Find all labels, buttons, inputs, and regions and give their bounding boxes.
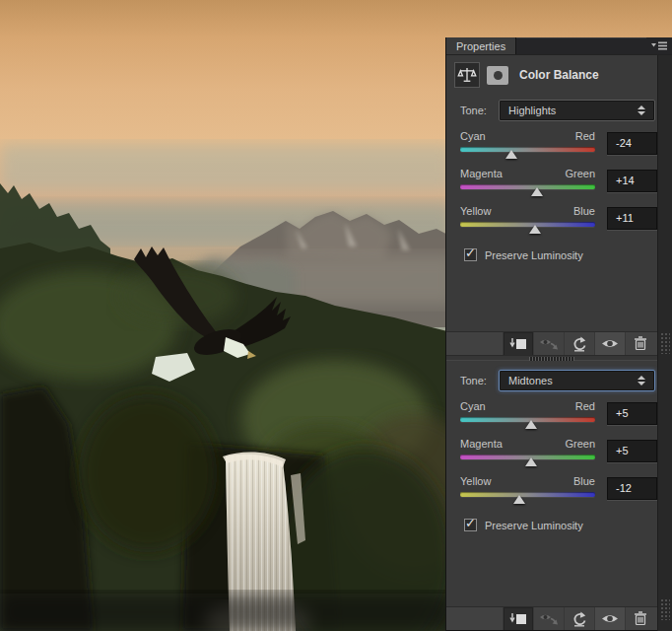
slider-thumb[interactable] [525, 457, 537, 466]
panel-resize-grip[interactable] [446, 355, 657, 361]
tone-label: Tone: [460, 375, 492, 386]
preserve-luminosity-checkbox[interactable]: ✓ [464, 248, 477, 261]
tone-select-highlights[interactable]: Highlights [499, 100, 655, 121]
photoshop-workspace: Properties [0, 0, 672, 631]
check-icon: ✓ [465, 519, 476, 528]
tone-select-midtones[interactable]: Midtones [499, 370, 655, 391]
magenta-green-slider: Magenta Green +5 [460, 438, 657, 466]
tab-properties[interactable]: Properties [446, 37, 516, 54]
tone-row: Tone: Midtones [460, 370, 655, 391]
cyan-red-value[interactable]: -24 [607, 132, 657, 155]
cyan-red-slider: Cyan Red -24 [460, 130, 657, 159]
slider-left-label: Yellow [460, 475, 491, 487]
preserve-luminosity-label: Preserve Luminosity [485, 520, 583, 531]
color-balance-icon [454, 62, 480, 88]
slider-left-label: Cyan [460, 130, 486, 142]
slider-thumb[interactable] [513, 495, 525, 504]
yellow-blue-track[interactable] [460, 222, 595, 227]
properties-panel: Properties [445, 37, 672, 631]
magenta-green-value[interactable]: +14 [607, 170, 657, 192]
slider-left-label: Yellow [460, 205, 491, 217]
tab-drop-zone [516, 37, 646, 54]
mask-dot [494, 71, 503, 80]
cyan-red-slider: Cyan Red +5 [460, 400, 657, 429]
slider-right-label: Blue [573, 475, 595, 487]
delete-button[interactable] [625, 332, 655, 356]
slider-right-label: Red [575, 130, 595, 142]
yellow-blue-track[interactable] [460, 492, 595, 497]
magenta-green-value[interactable]: +5 [607, 440, 657, 462]
panel-tab-bar: Properties [446, 37, 672, 55]
clip-to-layer-button[interactable] [503, 607, 533, 631]
preserve-luminosity-checkbox[interactable]: ✓ [464, 519, 477, 531]
cyan-red-track[interactable] [460, 147, 595, 152]
preserve-luminosity-row: ✓ Preserve Luminosity [464, 519, 657, 531]
yellow-blue-slider: Yellow Blue +11 [460, 205, 657, 234]
delete-button[interactable] [625, 607, 655, 631]
tone-select-value: Midtones [508, 375, 553, 386]
slider-left-label: Magenta [460, 168, 503, 179]
layer-mask-icon[interactable] [487, 66, 508, 85]
magenta-green-track[interactable] [460, 455, 595, 459]
slider-right-label: Green [565, 168, 595, 179]
magenta-green-track[interactable] [460, 184, 595, 189]
preserve-luminosity-row: ✓ Preserve Luminosity [464, 248, 657, 261]
panel-menu-icon[interactable] [646, 37, 672, 54]
check-icon: ✓ [465, 248, 476, 258]
preserve-luminosity-label: Preserve Luminosity [485, 249, 583, 261]
select-arrows-icon [638, 105, 645, 115]
visibility-button[interactable] [594, 332, 625, 356]
dock-edge [657, 55, 672, 631]
cyan-red-value[interactable]: +5 [607, 402, 657, 425]
panel-toolbar [446, 606, 657, 630]
slider-thumb[interactable] [505, 150, 517, 159]
tone-select-value: Highlights [508, 105, 556, 116]
view-previous-state-button[interactable] [533, 607, 564, 631]
visibility-button[interactable] [594, 607, 625, 631]
slider-left-label: Cyan [460, 400, 486, 412]
yellow-blue-value[interactable]: -12 [607, 477, 657, 500]
slider-left-label: Magenta [460, 438, 503, 450]
panel-toolbar [446, 331, 657, 355]
slider-thumb[interactable] [525, 420, 537, 429]
yellow-blue-value[interactable]: +11 [607, 207, 657, 230]
resize-grip-icon[interactable] [660, 598, 670, 620]
view-previous-state-button[interactable] [533, 332, 564, 356]
adjustment-title: Color Balance [519, 68, 599, 82]
yellow-blue-slider: Yellow Blue -12 [460, 475, 657, 504]
reset-button[interactable] [564, 332, 594, 356]
resize-grip-icon[interactable] [660, 332, 670, 354]
tone-label: Tone: [460, 105, 492, 116]
color-balance-section-highlights: Color Balance Tone: Highlights Cyan Red [446, 55, 657, 355]
slider-thumb[interactable] [529, 225, 541, 234]
tone-row: Tone: Highlights [460, 100, 655, 121]
slider-right-label: Red [575, 400, 595, 412]
clip-to-layer-button[interactable] [503, 332, 533, 356]
reset-button[interactable] [564, 607, 594, 631]
slider-right-label: Blue [573, 205, 595, 217]
slider-thumb[interactable] [531, 187, 543, 196]
adjustment-header: Color Balance [446, 55, 657, 89]
select-arrows-icon [638, 376, 645, 386]
slider-right-label: Green [565, 438, 595, 450]
cyan-red-track[interactable] [460, 417, 595, 422]
magenta-green-slider: Magenta Green +14 [460, 168, 657, 196]
color-balance-section-midtones: Tone: Midtones Cyan Red +5 [446, 370, 657, 630]
